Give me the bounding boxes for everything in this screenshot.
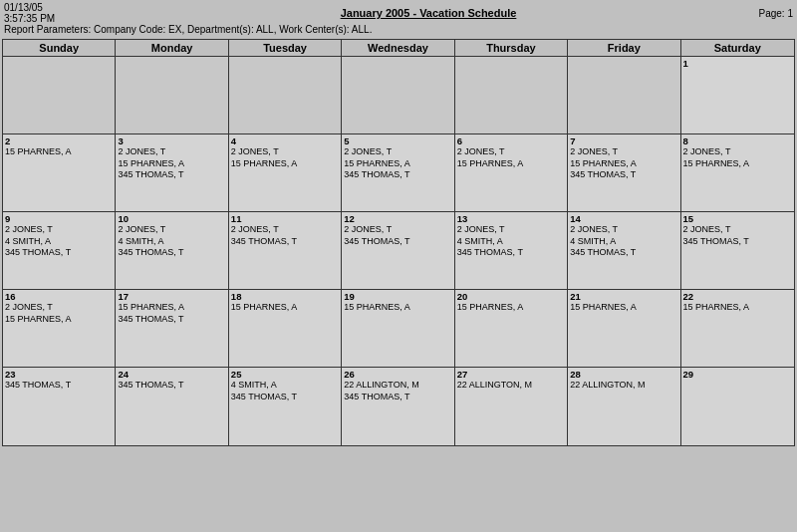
cell-entry: 345 THOMAS, T xyxy=(683,236,792,248)
cal-cell: 142 JONES, T4 SMITH, A345 THOMAS, T xyxy=(568,212,680,290)
cell-entry: 345 THOMAS, T xyxy=(5,380,113,392)
cell-entry: 2 JONES, T xyxy=(5,302,113,314)
day-header-sunday: Sunday xyxy=(3,40,116,56)
cal-cell: 1 xyxy=(681,57,794,134)
cell-date: 24 xyxy=(118,369,225,380)
cell-date: 27 xyxy=(457,369,565,380)
cell-entry: 2 JONES, T xyxy=(118,146,225,158)
report-date: 01/13/05 xyxy=(4,2,43,13)
cal-cell: 62 JONES, T15 PHARNES, A xyxy=(455,134,568,212)
day-header-tuesday: Tuesday xyxy=(229,40,342,56)
cell-entry: 345 THOMAS, T xyxy=(570,247,677,259)
cell-entry: 2 JONES, T xyxy=(231,224,339,236)
cell-entry: 2 JONES, T xyxy=(344,146,451,158)
cell-entry: 345 THOMAS, T xyxy=(344,392,451,403)
cal-cell: 24345 THOMAS, T xyxy=(116,368,228,445)
day-header-friday: Friday xyxy=(568,40,680,56)
cal-cell: 82 JONES, T15 PHARNES, A xyxy=(681,134,794,212)
cell-entry: 22 ALLINGTON, M xyxy=(457,380,565,392)
report-page: Page: 1 xyxy=(733,8,793,19)
cell-entry: 15 PHARNES, A xyxy=(570,158,677,170)
cell-entry: 22 ALLINGTON, M xyxy=(344,380,451,392)
cell-date: 14 xyxy=(570,213,677,224)
cell-entry: 15 PHARNES, A xyxy=(344,302,451,314)
cal-cell: 2822 ALLINGTON, M xyxy=(568,368,680,445)
report-datetime: 01/13/05 3:57:35 PM xyxy=(4,2,124,24)
cal-cell: 72 JONES, T15 PHARNES, A345 THOMAS, T xyxy=(568,134,680,212)
cal-cell: 1715 PHARNES, A345 THOMAS, T xyxy=(116,290,228,368)
cell-date: 2 xyxy=(5,135,113,146)
cell-entry: 15 PHARNES, A xyxy=(118,158,225,170)
cell-entry: 2 JONES, T xyxy=(683,146,792,158)
cell-date: 15 xyxy=(683,213,792,224)
cell-entry: 15 PHARNES, A xyxy=(570,302,677,314)
day-header-saturday: Saturday xyxy=(681,40,794,56)
cell-entry: 15 PHARNES, A xyxy=(683,158,792,170)
cell-entry: 345 THOMAS, T xyxy=(118,314,225,326)
cell-entry: 345 THOMAS, T xyxy=(344,236,451,248)
cell-entry: 15 PHARNES, A xyxy=(457,302,565,314)
report-header: 01/13/05 3:57:35 PM January 2005 - Vacat… xyxy=(0,0,797,37)
cell-date: 16 xyxy=(5,291,113,302)
cell-entry: 2 JONES, T xyxy=(118,224,225,236)
cell-date: 19 xyxy=(344,291,451,302)
cell-entry: 345 THOMAS, T xyxy=(231,392,339,403)
cell-date: 5 xyxy=(344,135,451,146)
cell-entry: 2 JONES, T xyxy=(344,224,451,236)
cell-entry: 15 PHARNES, A xyxy=(683,302,792,314)
cell-entry: 345 THOMAS, T xyxy=(231,236,339,248)
cell-date: 18 xyxy=(231,291,339,302)
cell-entry: 15 PHARNES, A xyxy=(118,302,225,314)
cell-date: 1 xyxy=(683,58,792,69)
cal-cell: 2115 PHARNES, A xyxy=(568,290,680,368)
cell-entry: 15 PHARNES, A xyxy=(5,146,113,158)
cell-entry: 2 JONES, T xyxy=(683,224,792,236)
cell-entry: 2 JONES, T xyxy=(457,224,565,236)
cal-cell: 2622 ALLINGTON, M345 THOMAS, T xyxy=(342,368,454,445)
cal-cell: 254 SMITH, A345 THOMAS, T xyxy=(229,368,342,445)
cell-date: 23 xyxy=(5,369,113,380)
cell-date: 28 xyxy=(570,369,677,380)
cal-cell xyxy=(229,57,342,134)
cal-cell: 1915 PHARNES, A xyxy=(342,290,454,368)
report-title: January 2005 - Vacation Schedule xyxy=(124,7,733,19)
cal-cell: 23345 THOMAS, T xyxy=(3,368,116,445)
cell-entry: 345 THOMAS, T xyxy=(457,247,565,259)
cell-date: 7 xyxy=(570,135,677,146)
cal-cell: 132 JONES, T4 SMITH, A345 THOMAS, T xyxy=(455,212,568,290)
cal-cell: 122 JONES, T345 THOMAS, T xyxy=(342,212,454,290)
cal-cell: 2015 PHARNES, A xyxy=(455,290,568,368)
cell-date: 8 xyxy=(683,135,792,146)
cal-cell: 92 JONES, T4 SMITH, A345 THOMAS, T xyxy=(3,212,116,290)
cell-date: 9 xyxy=(5,213,113,224)
cal-cell: 112 JONES, T345 THOMAS, T xyxy=(229,212,342,290)
report-params: Report Parameters: Company Code: EX, Dep… xyxy=(4,24,793,35)
cell-date: 20 xyxy=(457,291,565,302)
cell-entry: 345 THOMAS, T xyxy=(570,169,677,181)
cell-date: 29 xyxy=(683,369,792,380)
calendar: SundayMondayTuesdayWednesdayThursdayFrid… xyxy=(2,39,795,446)
cell-entry: 15 PHARNES, A xyxy=(344,158,451,170)
cell-entry: 2 JONES, T xyxy=(5,224,113,236)
cal-cell: 2722 ALLINGTON, M xyxy=(455,368,568,445)
cell-entry: 15 PHARNES, A xyxy=(231,158,339,170)
cal-cell: 29 xyxy=(681,368,794,445)
cell-entry: 345 THOMAS, T xyxy=(344,169,451,181)
cell-entry: 345 THOMAS, T xyxy=(118,380,225,392)
cal-cell: 162 JONES, T15 PHARNES, A xyxy=(3,290,116,368)
cell-entry: 22 ALLINGTON, M xyxy=(570,380,677,392)
cell-entry: 4 SMITH, A xyxy=(570,236,677,248)
day-header-thursday: Thursday xyxy=(455,40,568,56)
cell-date: 22 xyxy=(683,291,792,302)
cell-date: 25 xyxy=(231,369,339,380)
cell-date: 6 xyxy=(457,135,565,146)
cell-entry: 4 SMITH, A xyxy=(118,236,225,248)
cell-date: 4 xyxy=(231,135,339,146)
day-headers: SundayMondayTuesdayWednesdayThursdayFrid… xyxy=(3,40,794,57)
cal-cell xyxy=(568,57,680,134)
cell-entry: 2 JONES, T xyxy=(231,146,339,158)
cell-entry: 15 PHARNES, A xyxy=(231,302,339,314)
cell-date: 10 xyxy=(118,213,225,224)
cell-date: 21 xyxy=(570,291,677,302)
cal-cell xyxy=(455,57,568,134)
